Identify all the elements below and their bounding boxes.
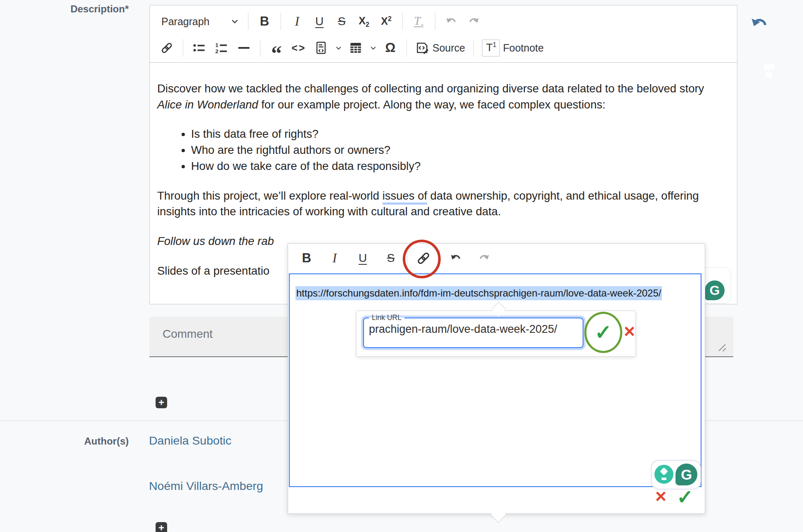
toolbar-separator: [406, 39, 407, 56]
link-save-button[interactable]: ✓: [595, 320, 612, 344]
save-button[interactable]: [752, 54, 769, 71]
link-url-input[interactable]: [364, 322, 575, 340]
check-icon: ✓: [595, 321, 612, 344]
popup-italic-button[interactable]: I: [324, 247, 346, 269]
table-dropdown[interactable]: [367, 37, 379, 59]
author-link[interactable]: Daniela Subotic: [149, 434, 231, 447]
list-item: Who are the rightful authors or owners?: [191, 142, 727, 158]
grammarly-suggestion-text[interactable]: issues of: [383, 189, 427, 205]
list-item: Is this data free of rights?: [191, 126, 727, 142]
source-button[interactable]: Source: [412, 37, 468, 59]
bold-icon: B: [302, 251, 311, 266]
svg-text:1: 1: [215, 42, 219, 48]
link-edit-popup: B I U S https://forsch: [288, 243, 705, 514]
italic-icon: I: [333, 251, 337, 266]
paragraph: Through this project, we’ll explore real…: [157, 188, 727, 220]
green-annotation-circle: ✓: [584, 312, 622, 353]
underline-icon: U: [359, 252, 367, 265]
grammarly-icon[interactable]: G: [705, 280, 725, 300]
toolbar-separator: [281, 13, 281, 30]
link-button[interactable]: [156, 37, 178, 59]
close-icon: ×: [624, 320, 635, 342]
editor-toolbar: Paragraph B I U S X2 X2 Tx: [150, 5, 737, 63]
red-annotation-circle: [403, 240, 441, 278]
code-block-button[interactable]: [310, 37, 332, 59]
toolbar-separator: [473, 39, 474, 56]
strikethrough-button[interactable]: S: [331, 10, 353, 33]
bulleted-list-icon: [192, 41, 206, 55]
author-link[interactable]: Noémi Villars-Amberg: [149, 479, 263, 493]
superscript-icon: X2: [381, 15, 392, 27]
chevron-down-icon: [231, 17, 239, 26]
resize-handle[interactable]: [718, 342, 728, 353]
svg-text:2: 2: [215, 48, 218, 54]
underline-button[interactable]: U: [308, 10, 331, 33]
redo-icon: [467, 15, 481, 28]
link-icon: [160, 41, 174, 55]
revert-changes-button[interactable]: [749, 15, 770, 33]
remove-format-button[interactable]: Tx: [408, 10, 430, 33]
footnote-icon: T1: [482, 40, 500, 56]
horizontal-line-button[interactable]: [233, 37, 255, 59]
popup-strikethrough-button[interactable]: S: [380, 247, 402, 269]
popup-underline-button[interactable]: U: [352, 247, 374, 269]
bold-icon: B: [260, 14, 269, 29]
toolbar-separator: [260, 39, 260, 56]
popup-caret-down: [490, 507, 506, 523]
chevron-down-icon: [335, 45, 342, 52]
paragraph: Discover how we tackled the challenges o…: [157, 81, 727, 113]
italic-icon: I: [295, 14, 299, 29]
numbered-list-icon: 12: [215, 41, 229, 55]
selected-url-text: https://forschungsdaten.info/fdm-im-deut…: [295, 287, 695, 299]
code-block-icon: [314, 41, 328, 55]
subscript-button[interactable]: X2: [353, 10, 375, 33]
special-characters-button[interactable]: Ω: [379, 37, 402, 59]
popup-undo-button[interactable]: [445, 247, 467, 269]
subscript-icon: X2: [359, 15, 369, 28]
insert-table-button[interactable]: [345, 37, 367, 59]
paragraph-style-dropdown[interactable]: Paragraph: [156, 10, 243, 33]
block-quote-icon: “: [271, 52, 282, 56]
bullet-list: Is this data free of rights? Who are the…: [157, 126, 727, 174]
link-url-fieldset: Link URL: [363, 313, 583, 348]
omega-icon: Ω: [385, 40, 396, 55]
undo-button[interactable]: [440, 10, 463, 33]
redo-icon: [477, 252, 491, 264]
code-block-dropdown[interactable]: [332, 37, 345, 59]
list-item: How do we take care of the data responsi…: [191, 158, 727, 174]
remove-format-icon: Tx: [414, 14, 424, 29]
paragraph-style-label: Paragraph: [161, 16, 210, 28]
underline-icon: U: [315, 15, 324, 28]
block-quote-button[interactable]: “: [265, 37, 288, 59]
popup-redo-button[interactable]: [473, 247, 495, 269]
page: Description* Paragraph B I U S X2 X2: [0, 0, 803, 532]
toolbar-separator: [183, 39, 183, 56]
strikethrough-icon: S: [387, 252, 395, 265]
undo-icon: [444, 15, 458, 28]
toolbar-row-1: Paragraph B I U S X2 X2 Tx: [156, 8, 733, 35]
link-cancel-button[interactable]: ×: [624, 322, 635, 341]
toolbar-row-2: 12 “ <>: [156, 35, 733, 61]
authors-label: Author(s): [33, 435, 129, 447]
source-label: Source: [432, 42, 465, 54]
inline-code-button[interactable]: <>: [288, 37, 310, 59]
italic-button[interactable]: I: [286, 10, 308, 33]
footnote-button[interactable]: T1 Footnote: [479, 37, 547, 59]
undo-icon: [449, 252, 463, 264]
grammarly-suggestions-icon[interactable]: [654, 465, 673, 484]
add-comment-button[interactable]: +: [156, 397, 167, 408]
grammarly-icon[interactable]: G: [675, 464, 697, 485]
superscript-button[interactable]: X2: [375, 10, 397, 33]
horizontal-line-icon: [237, 41, 251, 55]
redo-button[interactable]: [463, 10, 485, 33]
table-icon: [349, 41, 363, 55]
popup-bold-button[interactable]: B: [295, 247, 318, 269]
bulleted-list-button[interactable]: [188, 37, 210, 59]
numbered-list-button[interactable]: 12: [210, 37, 233, 59]
link-url-balloon: Link URL ✓ ×: [356, 311, 636, 357]
grammarly-widget: G: [651, 460, 701, 490]
add-author-button[interactable]: +: [156, 522, 167, 532]
bold-button[interactable]: B: [253, 10, 276, 33]
toolbar-separator: [402, 13, 403, 30]
strikethrough-icon: S: [338, 15, 346, 28]
